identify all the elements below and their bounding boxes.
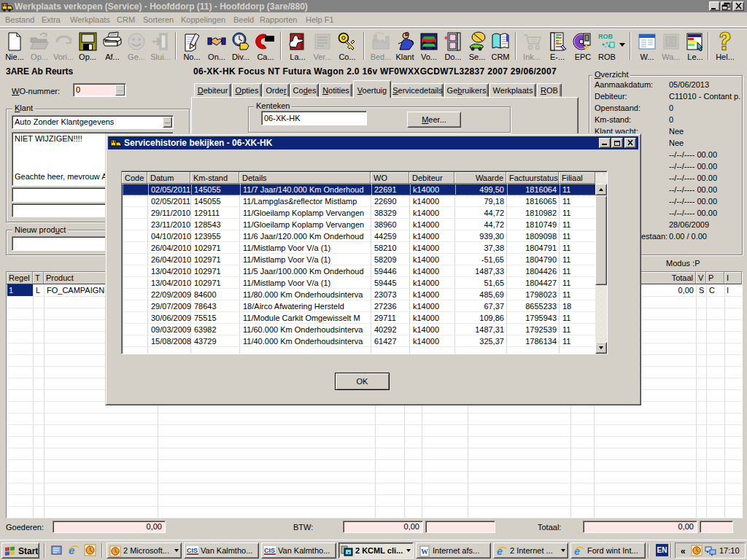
svg-text:CIS: CIS xyxy=(264,547,275,554)
svg-text:CIS: CIS xyxy=(187,547,198,554)
svg-text:W: W xyxy=(421,548,428,556)
svg-text:ROB: ROB xyxy=(598,33,614,40)
